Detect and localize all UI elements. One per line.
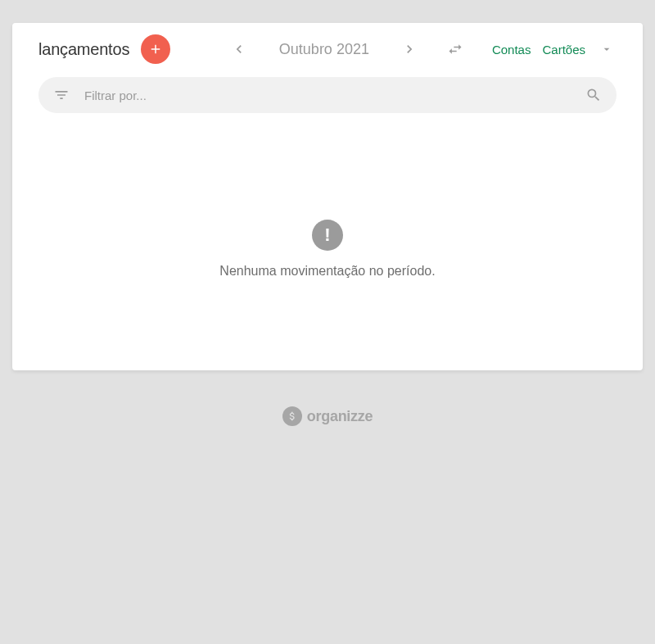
swap-view-button[interactable] — [441, 35, 469, 63]
brand-text: organizze — [307, 408, 373, 425]
page-title: lançamentos — [38, 40, 129, 59]
search-icon — [585, 87, 602, 103]
empty-message: Nenhuma movimentação no período. — [219, 264, 435, 279]
tabs-dropdown-button[interactable] — [597, 39, 617, 59]
chevron-left-icon — [231, 41, 247, 57]
empty-state: ! Nenhuma movimentação no período. — [12, 220, 643, 279]
prev-month-button[interactable] — [225, 35, 253, 63]
tab-cards[interactable]: Cartões — [542, 43, 585, 57]
plus-icon — [148, 42, 163, 57]
search-button[interactable] — [585, 87, 602, 103]
date-navigator: Outubro 2021 — [225, 35, 469, 63]
view-tabs: Contas Cartões — [492, 39, 617, 59]
filter-input[interactable] — [84, 88, 585, 102]
tab-accounts[interactable]: Contas — [492, 43, 531, 57]
brand-icon — [282, 406, 302, 426]
swap-icon — [447, 41, 463, 57]
next-month-button[interactable] — [395, 35, 423, 63]
period-label[interactable]: Outubro 2021 — [260, 41, 389, 58]
main-card: lançamentos Outubro 2021 Contas Cartões — [12, 23, 643, 370]
filter-bar — [38, 77, 617, 113]
header: lançamentos Outubro 2021 Contas Cartões — [12, 23, 643, 72]
alert-icon: ! — [312, 220, 343, 251]
footer-logo: organizze — [0, 406, 655, 426]
chevron-right-icon — [401, 41, 418, 57]
filter-icon[interactable] — [53, 87, 70, 103]
add-button[interactable] — [141, 34, 170, 64]
caret-down-icon — [600, 43, 613, 56]
